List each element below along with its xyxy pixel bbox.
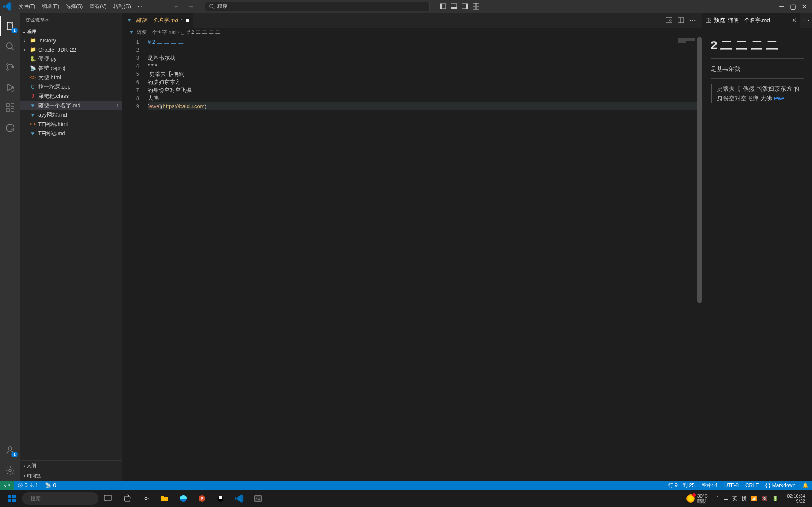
tree-file[interactable]: 🐍便便.py [20,54,122,64]
windows-taskbar: P 30°C 晴朗 ˄ ☁ 英 拼 📶 🔇 🔋 02:10:34 9/22 [0,490,812,507]
tray-chevron-icon[interactable]: ˄ [716,496,719,501]
close-preview-button[interactable]: ✕ [792,17,797,23]
tree-file[interactable]: <>TF网站.html [20,120,122,129]
tree-file[interactable]: <>大便.html [20,73,122,82]
tray-volume-icon[interactable]: 🔇 [762,496,768,501]
editor-scrollbar[interactable] [696,37,702,481]
menu-go[interactable]: 转到(G) [110,3,134,10]
timeline-section[interactable]: ›时间线 [20,471,122,481]
taskbar-clock[interactable]: 02:10:34 9/22 [784,493,809,504]
breadcrumb-file[interactable]: 随便一个名字.md [137,29,176,36]
taskbar-settings[interactable] [137,490,154,507]
outline-section[interactable]: ›大纲 [20,460,122,471]
tree-file[interactable]: ▼随便一个名字.md1 [20,101,122,110]
taskbar-edge[interactable] [175,490,192,507]
markdown-preview[interactable]: 2 二 二 二 二 是基韦尔我 史蒂夫【-偶然 的泼妇京东方 的身份空对空飞弹 … [702,28,812,116]
taskbar-explorer[interactable] [156,490,173,507]
code-content[interactable]: # 2 二 二 二 二 是基韦尔我 * * * 史蒂夫【-偶然 的泼妇京东方 的… [148,37,702,481]
breadcrumb-symbol[interactable]: # 2 二 二 二 二 [187,29,220,36]
command-center-input[interactable] [217,3,426,9]
taskbar-search[interactable] [22,492,98,505]
window-minimize-button[interactable]: ─ [777,2,787,11]
menu-view[interactable]: 查看(V) [86,3,110,10]
tree-file[interactable]: ▼TF网站.md [20,129,122,138]
menu-more[interactable]: ··· [134,3,146,9]
status-language[interactable]: { }Markdown [762,481,799,490]
svg-rect-20 [11,104,14,107]
main-area: 1 1 资源管理器 ⋯ ⌄ 程序 ›📁.history ›📁Oracle_JDK… [0,13,812,481]
tree-file[interactable]: ▼ayy网站.md [20,110,122,120]
taskbar-vscode[interactable] [231,490,248,507]
html-icon: <> [29,121,36,127]
svg-point-42 [145,497,147,500]
customize-layout-icon[interactable] [471,2,481,11]
tree-folder[interactable]: ›📁Oracle_JDK-22 [20,45,122,54]
taskbar-weather[interactable]: 30°C 晴朗 [683,493,711,504]
taskbar-terminal[interactable] [249,490,266,507]
taskbar-search-input[interactable] [31,496,94,501]
preview-more-button[interactable]: ⋯ [800,13,812,28]
activity-edge[interactable] [0,118,20,138]
status-ports[interactable]: 📡0 [42,481,59,490]
start-button[interactable] [3,490,20,507]
sidebar-more-button[interactable]: ⋯ [112,17,117,23]
tray-ime1[interactable]: 英 [732,495,737,502]
more-actions-button[interactable]: ⋯ [688,16,697,25]
nav-back-button[interactable]: ← [171,2,182,11]
taskbar-powerpoint[interactable]: P [193,490,210,507]
activity-explorer[interactable]: 1 [0,16,20,36]
tree-file[interactable]: J屎粑粑.class [20,92,122,101]
editor-group: ▼ 随便一个名字.md 1 ⋯ ▼ 随便一个名字.md › ⬚ # 2 二 二 … [122,13,702,481]
editor-tab[interactable]: ▼ 随便一个名字.md 1 [122,13,194,28]
menu-selection[interactable]: 选择(S) [62,3,86,10]
activity-search[interactable] [0,36,20,57]
taskbar-store[interactable] [119,490,136,507]
tree-file[interactable]: 📡答辩.csproj [20,64,122,73]
tray-battery-icon[interactable]: 🔋 [772,496,778,501]
status-cursor[interactable]: 行 9，列 25 [665,481,698,490]
toggle-primary-sidebar-icon[interactable] [438,2,448,11]
activity-extensions[interactable] [0,98,20,118]
preview-tab[interactable]: 预览 随便一个名字.md ✕ [702,13,800,28]
tree-folder[interactable]: ›📁.history [20,36,122,45]
window-close-button[interactable]: ✕ [799,2,809,11]
activity-debug[interactable] [0,77,20,98]
status-eol[interactable]: CRLF [742,481,762,490]
status-problems[interactable]: ⓧ0 ⚠1 [14,481,42,490]
remote-button[interactable] [0,481,14,490]
code-editor[interactable]: 1 2 3 4 5 6 7 8 9 # 2 二 二 二 二 是基韦尔我 * * … [122,37,702,481]
toggle-panel-icon[interactable] [449,2,459,11]
split-editor-button[interactable] [676,16,686,25]
status-notifications[interactable]: 🔔 [799,481,812,490]
activity-accounts[interactable]: 1 [0,440,20,460]
menu-file[interactable]: 文件(F) [15,3,39,10]
tray-wifi-icon[interactable]: 📶 [751,496,757,501]
nav-forward-button[interactable]: → [185,2,196,11]
command-center[interactable] [205,2,430,11]
svg-rect-22 [11,109,14,111]
svg-rect-10 [473,7,476,9]
system-tray[interactable]: ˄ ☁ 英 拼 📶 🔇 🔋 [713,495,782,502]
activity-settings[interactable] [0,460,20,481]
status-spaces[interactable]: 空格: 4 [698,481,721,490]
tray-onedrive-icon[interactable]: ☁ [723,496,728,501]
taskbar-qq[interactable] [212,490,229,507]
toggle-secondary-sidebar-icon[interactable] [460,2,470,11]
breadcrumb[interactable]: ▼ 随便一个名字.md › ⬚ # 2 二 二 二 二 [122,28,702,37]
task-view-button[interactable] [100,490,117,507]
tree-file[interactable]: C拉一坨屎.cpp [20,82,122,92]
window-maximize-button[interactable]: ▢ [788,2,798,11]
accounts-badge: 1 [11,452,18,457]
activity-scm[interactable] [0,57,20,77]
tray-ime2[interactable]: 拼 [742,495,747,502]
preview-link[interactable]: ewe [774,95,785,102]
menu-edit[interactable]: 编辑(E) [39,3,62,10]
tab-label: 随便一个名字.md [136,17,178,24]
preview-blockquote: 史蒂夫【-偶然 的泼妇京东方 的身份空对空飞弹 大佛 ewe [711,84,804,103]
status-encoding[interactable]: UTF-8 [721,481,742,490]
title-bar: 文件(F) 编辑(E) 选择(S) 查看(V) 转到(G) ··· ← → ─ … [0,0,812,13]
error-icon: ⓧ [18,482,23,489]
markdown-icon: ▼ [29,112,36,118]
folder-header[interactable]: ⌄ 程序 [20,28,122,36]
open-preview-side-button[interactable] [664,16,674,25]
